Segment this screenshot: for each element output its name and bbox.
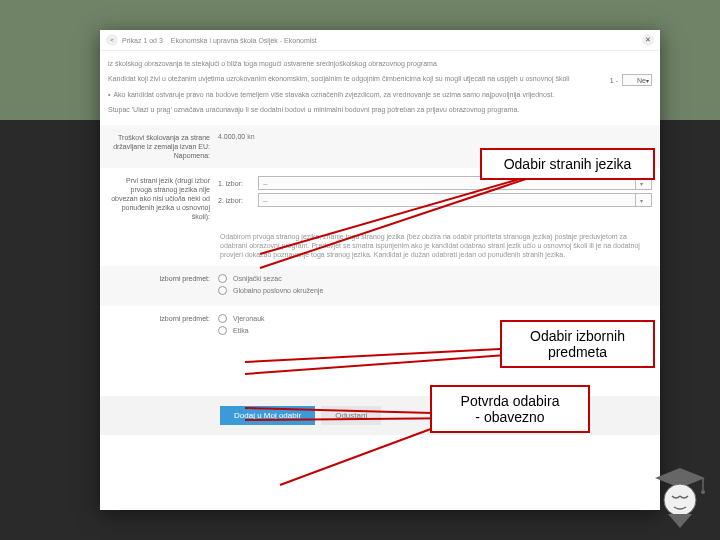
callout-confirm-l1: Potvrda odabira: [461, 393, 560, 409]
graduation-logo-icon: [650, 460, 710, 530]
lang2-select[interactable]: -- ▾: [258, 193, 652, 207]
difficulty-select[interactable]: 1 - Ne ▾: [610, 74, 652, 86]
difficulty-value-text: Ne: [637, 77, 646, 84]
lang1-value: --: [263, 180, 268, 187]
language-label: Prvi strani jezik (drugi izbor prvoga st…: [108, 176, 218, 221]
chevron-down-icon: ▾: [646, 77, 649, 84]
elective2-opt1-radio[interactable]: [218, 314, 227, 323]
cost-label: Troškovi školovanja za strane državljane…: [108, 133, 218, 160]
elective2-opt1-label: Vjeronauk: [233, 315, 265, 322]
svg-point-10: [701, 490, 705, 494]
elective1-opt1-radio[interactable]: [218, 274, 227, 283]
modal-header: < Prikaz 1 od 3 Ekonomska i upravna škol…: [100, 30, 660, 51]
add-to-selection-button[interactable]: Dodaj u Moj odabir: [220, 406, 315, 425]
chevron-down-icon: ▾: [635, 194, 647, 206]
close-icon[interactable]: ✕: [642, 34, 654, 46]
lang1-label: 1. izbor:: [218, 180, 258, 187]
modal-panel: < Prikaz 1 od 3 Ekonomska i upravna škol…: [100, 30, 660, 510]
callout-confirm: Potvrda odabira - obavezno: [430, 385, 590, 433]
intro-stupac: Stupac 'Ulazi u prag' označava uračunava…: [108, 105, 652, 114]
elective1-row: Izborni predmet: Osnijački sezac Globaln…: [100, 266, 660, 306]
cost-note-label: Napomena:: [174, 152, 210, 159]
cost-label-text: Troškovi školovanja za strane državljane…: [113, 134, 210, 150]
elective2-label: Izborni predmet:: [108, 314, 218, 338]
intro-p2: Kandidat koji živi u otežanim uvjetima u…: [108, 74, 652, 83]
intro-p1: iz školskog obrazovanja te stekajući o b…: [108, 59, 652, 68]
cost-value: 4.000,00 kn: [218, 133, 652, 140]
elective1-opt2-label: Globalno poslovno okruženje: [233, 287, 323, 294]
callout-confirm-l2: - obavezno: [475, 409, 544, 425]
elective2-opt2-radio[interactable]: [218, 326, 227, 335]
callout-electives-text: Odabir izbornih predmeta: [530, 328, 625, 360]
elective2-opt2-label: Etika: [233, 327, 249, 334]
difficulty-label: 1 -: [610, 77, 618, 84]
school-name: Ekonomska i upravna škola Osijek - Ekono…: [171, 37, 317, 44]
elective1-label: Izborni predmet:: [108, 274, 218, 298]
intro-block: iz školskog obrazovanja te stekajući o b…: [100, 51, 660, 125]
lang2-value: --: [263, 197, 268, 204]
callout-languages: Odabir stranih jezika: [480, 148, 655, 180]
cancel-button[interactable]: Odustani: [321, 406, 381, 425]
language-note: Odabirom prvoga stranog jezika, znanje t…: [220, 232, 652, 260]
elective1-opt1-label: Osnijački sezac: [233, 275, 282, 282]
elective1-opt2-radio[interactable]: [218, 286, 227, 295]
callout-electives: Odabir izbornih predmeta: [500, 320, 655, 368]
intro-bullet: Ako kandidat ostvaruje pravo na bodove t…: [108, 90, 652, 99]
lang2-label: 2. izbor:: [218, 197, 258, 204]
svg-point-8: [664, 484, 696, 516]
step-badge: <: [106, 34, 118, 46]
intro-bullet-text: Ako kandidat ostvaruje pravo na bodove t…: [113, 90, 554, 99]
step-text: Prikaz 1 od 3: [122, 37, 163, 44]
difficulty-value[interactable]: Ne ▾: [622, 74, 652, 86]
